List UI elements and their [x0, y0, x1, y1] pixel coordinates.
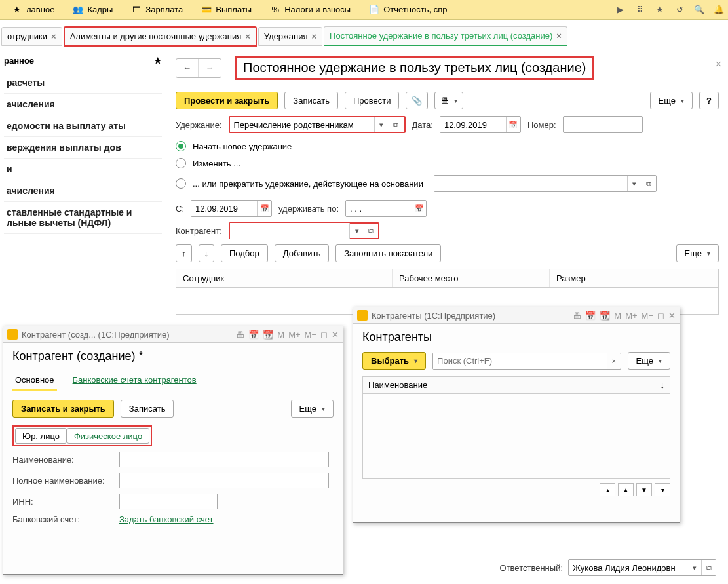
sidebar-item[interactable]: ставленные стандартные и льные вычеты (Н… [4, 202, 162, 234]
forward-button[interactable]: → [199, 59, 221, 77]
responsible-input[interactable] [569, 560, 687, 575]
tab-alimony[interactable]: Алименты и другие постоянные удержания× [64, 26, 257, 47]
print-button[interactable]: 🖶 [434, 92, 463, 109]
menu-payments[interactable]: 💳Выплаты [192, 0, 261, 19]
col-size[interactable]: Размер [550, 269, 718, 287]
date-icon[interactable]: 📆 [263, 330, 273, 340]
print-icon[interactable]: 🖶 [236, 330, 244, 340]
tab-main[interactable]: Основное [12, 371, 57, 391]
inn-input[interactable] [119, 494, 218, 509]
m-minus-icon[interactable]: M− [642, 311, 653, 321]
menu-main[interactable]: ★лавное [3, 0, 64, 19]
sidebar-item[interactable]: едомости на выплату аты [4, 115, 162, 137]
menu-reports[interactable]: 📄Отчетность, спр [360, 0, 456, 19]
bank-account-link[interactable]: Задать банковский счет [119, 515, 214, 524]
maximize-icon[interactable]: ◻ [657, 311, 664, 321]
menu-taxes[interactable]: %Налоги и взносы [261, 0, 360, 19]
save-and-close-button[interactable]: Записать и закрыть [12, 400, 114, 418]
number-input[interactable] [564, 117, 642, 132]
open-icon[interactable]: ⧉ [701, 560, 716, 575]
dropdown-icon[interactable]: ▾ [687, 560, 701, 575]
sidebar-item[interactable]: верждения выплаты дов [4, 137, 162, 159]
post-button[interactable]: Провести [345, 92, 400, 109]
col-workplace[interactable]: Рабочее место [393, 269, 550, 287]
calendar-icon[interactable]: 📅 [257, 201, 271, 216]
calendar-icon[interactable]: 📅 [506, 117, 520, 132]
col-name[interactable]: Наименование [368, 380, 427, 390]
close-icon[interactable]: × [556, 31, 562, 41]
help-button[interactable]: ? [699, 92, 719, 109]
move-up-button[interactable]: ↑ [176, 244, 192, 262]
legal-entity-button[interactable]: Юр. лицо [15, 428, 67, 444]
counterparty-field[interactable]: ▾⧉ [229, 222, 379, 239]
add-button[interactable]: Добавить [275, 244, 329, 262]
sidebar-item[interactable]: ачисления [4, 94, 162, 115]
tab-permanent-deduction[interactable]: Постоянное удержание в пользу третьих ли… [324, 26, 567, 46]
radio-new[interactable] [176, 141, 186, 151]
sort-icon[interactable]: ↓ [661, 380, 665, 390]
save-button[interactable]: Записать [121, 400, 174, 418]
sidebar-item[interactable]: и [4, 159, 162, 180]
counterparty-input[interactable] [230, 223, 349, 239]
dropdown-icon[interactable]: ▾ [374, 117, 389, 132]
save-button[interactable]: Записать [284, 92, 338, 109]
sidebar-item[interactable]: расчеты [4, 72, 162, 94]
date-input[interactable] [440, 117, 506, 132]
dropdown-icon[interactable]: ▾ [627, 176, 642, 191]
deduction-field[interactable]: ▾ ⧉ [229, 116, 406, 133]
more-button[interactable]: Еще [628, 352, 670, 370]
pick-button[interactable]: Подбор [221, 244, 268, 262]
stop-basis-field[interactable]: ▾⧉ [434, 175, 657, 192]
stop-basis-input[interactable] [434, 176, 627, 191]
list-body[interactable] [362, 394, 670, 479]
open-icon[interactable]: ⧉ [642, 176, 656, 191]
fullname-input[interactable] [119, 473, 329, 488]
attach-button[interactable]: 📎 [406, 92, 428, 109]
individual-button[interactable]: Физическое лицо [67, 428, 149, 444]
post-and-close-button[interactable]: Провести и закрыть [176, 92, 278, 109]
search-icon[interactable]: 🔍 [693, 3, 706, 16]
bell-icon[interactable]: 🔔 [712, 3, 725, 16]
tab-deductions[interactable]: Удержания× [258, 27, 322, 46]
close-icon[interactable]: × [716, 58, 721, 70]
more-button[interactable]: Еще [650, 92, 693, 109]
m-plus-icon[interactable]: M+ [625, 311, 637, 321]
col-employee[interactable]: Сотрудник [176, 269, 393, 287]
m-icon[interactable]: M [614, 311, 621, 321]
more-button[interactable]: Еще [291, 400, 334, 418]
from-date-input[interactable] [191, 201, 257, 216]
search-input[interactable] [433, 353, 607, 369]
maximize-icon[interactable]: ◻ [320, 330, 328, 340]
select-button[interactable]: Выбрать [362, 352, 426, 370]
menu-hr[interactable]: 👥Кадры [64, 0, 122, 19]
open-icon[interactable]: ⧉ [364, 223, 378, 239]
m-minus-icon[interactable]: M− [305, 330, 316, 340]
radio-stop[interactable] [176, 178, 186, 189]
next-icon[interactable]: ▶ [614, 3, 627, 16]
back-button[interactable]: ← [176, 59, 199, 77]
more-button[interactable]: Еще [676, 244, 719, 262]
close-icon[interactable]: ✕ [668, 311, 676, 321]
date-icon[interactable]: 📆 [600, 311, 610, 321]
name-input[interactable] [119, 452, 329, 467]
scroll-bottom[interactable]: ▾ [655, 483, 670, 496]
scroll-top[interactable]: ▴ [600, 483, 615, 496]
menu-salary[interactable]: 🗔Зарплата [122, 0, 192, 19]
date-field[interactable]: 📅 [440, 116, 521, 133]
clear-icon[interactable]: × [607, 353, 620, 369]
deduction-input[interactable] [230, 117, 374, 132]
open-icon[interactable]: ⧉ [389, 117, 403, 132]
move-down-button[interactable]: ↓ [199, 244, 215, 262]
star-icon[interactable]: ★ [154, 56, 162, 66]
radio-edit[interactable] [176, 158, 186, 168]
sidebar-item[interactable]: ачисления [4, 180, 162, 202]
close-icon[interactable]: × [51, 31, 56, 41]
scroll-up[interactable]: ▲ [618, 483, 634, 496]
close-icon[interactable]: ✕ [332, 330, 339, 340]
apps-icon[interactable]: ⠿ [634, 3, 647, 16]
fill-button[interactable]: Заполнить показатели [335, 244, 441, 262]
close-icon[interactable]: × [312, 31, 317, 41]
to-date-input[interactable] [346, 201, 412, 216]
tab-employees[interactable]: отрудники× [1, 27, 62, 46]
number-field[interactable] [563, 116, 643, 133]
